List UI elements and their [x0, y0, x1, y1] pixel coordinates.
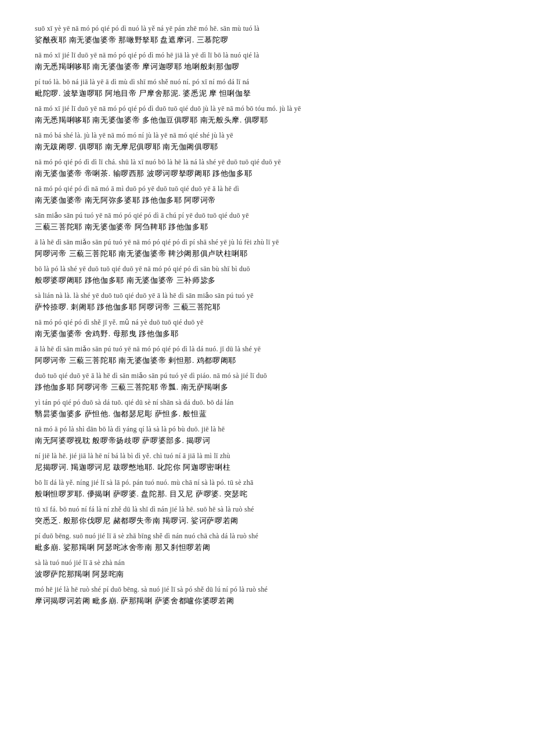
chinese-line: 南无阿婆啰视耽 般啰帝扬歧啰 萨啰婆部多. 揭啰诃 [35, 435, 499, 447]
pinyin-line: nā mó xī jié lī duō yē nā mó pó qié pó d… [35, 103, 499, 114]
pinyin-line: nā mó bá shé là. jù là yē nā mó mó ní jù… [35, 130, 499, 141]
line-group: nā mó xī jié lī duō yē nā mó pó qié pó d… [35, 50, 499, 73]
line-group: sà là tuó nuó jié lī ā sè zhà nán波啰萨陀那羯唎… [35, 557, 499, 581]
chinese-line: 南无跋阇啰. 俱啰耶 南无摩尼俱啰耶 南无伽阇俱啰耶 [35, 141, 499, 153]
chinese-line: 般唎怛啰罗耶. 儚揭唎 萨啰婆. 盘陀那. 目又尼 萨啰婆. 突瑟咤 [35, 488, 499, 501]
line-group: nā mó pó qié pó dì nā mó ā mì duō pó yē … [35, 183, 499, 207]
chinese-line: 般啰婆啰阇耶 跢他伽多耶 南无婆伽婆帝 三补师毖多 [35, 275, 499, 287]
line-group: ā là hē dì sān miǎo sān pú tuó yē nā mó … [35, 344, 499, 367]
line-group: mó hē jié là hē ruò shé pí duō bēng. sà … [35, 584, 499, 607]
line-group: sà lián nà là. là shé yē duō tuō qié duō… [35, 290, 499, 314]
line-group: ní jiē là hē. jié jiā là hē ní bá là bì … [35, 451, 499, 474]
page-content: suō xī yè yē nā mó pó qié pó dì nuó là y… [35, 23, 499, 607]
pinyin-line: sān miǎo sān pú tuó yē nā mó pó qié pó d… [35, 210, 499, 221]
pinyin-line: bō là pó là shé yē duō tuō qié duō yē nā… [35, 264, 499, 275]
pinyin-line: mó hē jié là hē ruò shé pí duō bēng. sà … [35, 584, 499, 595]
pinyin-line: tū xī fá. bō nuó ní fá là ní zhě dū là s… [35, 504, 499, 515]
chinese-line: 南无婆伽婆帝 南无阿弥多婆耶 跢他伽多耶 阿啰诃帝 [35, 195, 499, 207]
pinyin-line: yì tán pó qié pó duō sà dá tuō. qié dū s… [35, 397, 499, 408]
chinese-line: 波啰萨陀那羯唎 阿瑟咤南 [35, 568, 499, 581]
chinese-line: 阿啰诃帝 三藐三菩陀耶 南无婆伽婆帝 剌怛那. 鸡都啰阇耶 [35, 355, 499, 367]
chinese-line: 南无婆伽婆帝 帝唎茶. 输啰西那 波啰诃啰拏啰阇耶 跢他伽多耶 [35, 168, 499, 180]
line-group: nā mó bá shé là. jù là yē nā mó mó ní jù… [35, 130, 499, 153]
line-group: sān miǎo sān pú tuó yē nā mó pó qié pó d… [35, 210, 499, 233]
pinyin-line: nā mó pó qié pó dì shě jī yě. mǔ ná yè d… [35, 317, 499, 328]
line-group: nā mó pó qié pó dì shě jī yě. mǔ ná yè d… [35, 317, 499, 340]
pinyin-line: ní jiē là hē. jié jiā là hē ní bá là bì … [35, 451, 499, 462]
pinyin-line: suō xī yè yē nā mó pó qié pó dì nuó là y… [35, 23, 499, 34]
chinese-line: 娑酰夜耶 南无婆伽婆帝 那噉野拏耶 盘遮摩诃. 三慕陀啰 [35, 34, 499, 46]
line-group: ā là hē dì sān miǎo sān pú tuó yē nā mó … [35, 237, 499, 260]
chinese-line: 翳昙婆伽婆多 萨怛他. 伽都瑟尼彫 萨怛多. 般怛蓝 [35, 408, 499, 420]
line-group: bō lī dá là yě. níng jié lī sà lā pó. pá… [35, 477, 499, 501]
line-group: suō xī yè yē nā mó pó qié pó dì nuó là y… [35, 23, 499, 46]
line-group: duō tuō qié duō yē ā là hē dì sān miǎo s… [35, 370, 499, 394]
chinese-line: 跢他伽多耶 阿啰诃帝 三藐三菩陀耶 帝瓢. 南无萨羯唎多 [35, 381, 499, 394]
pinyin-line: sà là tuó nuó jié lī ā sè zhà nán [35, 557, 499, 568]
chinese-line: 尼揭啰诃. 羯迦啰诃尼 跋啰憋地耶. 叱陀你 阿迦啰密唎柱 [35, 462, 499, 474]
pinyin-line: bō lī dá là yě. níng jié lī sà lā pó. pá… [35, 477, 499, 488]
chinese-line: 三藐三菩陀耶 南无婆伽婆帝 阿刍鞞耶 跢他伽多耶 [35, 221, 499, 233]
pinyin-line: ā là hē dì sān miǎo sān pú tuó yē nā mó … [35, 237, 499, 248]
line-group: pí duō bēng. suō nuó jié lī ā sè zhā bīn… [35, 531, 499, 554]
pinyin-line: pí tuó là. bō ná jiā là yē ā dì mù dì sh… [35, 77, 499, 88]
line-group: nā mó xī jié lī duō yē nā mó pó qié pó d… [35, 103, 499, 127]
pinyin-line: nā mó pó qié pó dì dì lī chá. shū là xī … [35, 157, 499, 168]
line-group: nā mó pó qié pó dì dì lī chá. shū là xī … [35, 157, 499, 180]
line-group: tū xī fá. bō nuó ní fá là ní zhě dū là s… [35, 504, 499, 527]
line-group: pí tuó là. bō ná jiā là yē ā dì mù dì sh… [35, 77, 499, 100]
chinese-line: 摩诃揭啰诃若阇 毗多崩. 萨那羯唎 萨婆舍都嚧你婆啰若阇 [35, 595, 499, 607]
line-group: bō là pó là shé yē duō tuō qié duō yē nā… [35, 264, 499, 287]
chinese-line: 萨怜捺啰. 刺阇耶 跢他伽多耶 阿啰诃帝 三藐三菩陀耶 [35, 301, 499, 314]
chinese-line: 毗多崩. 娑那羯唎 阿瑟咤冰舍帝南 那又刹怛啰若阇 [35, 542, 499, 554]
pinyin-line: nā mó ā pó là shì dān bō là dì yáng qí l… [35, 424, 499, 435]
pinyin-line: sà lián nà là. là shé yē duō tuō qié duō… [35, 290, 499, 301]
line-group: nā mó ā pó là shì dān bō là dì yáng qí l… [35, 424, 499, 447]
chinese-line: 南无悉羯唎哆耶 南无婆伽婆帝 多他伽豆俱啰耶 南无般头摩. 俱啰耶 [35, 114, 499, 127]
chinese-line: 毗陀啰. 波拏迦啰耶 阿地目帝 尸摩舍那泥. 婆悉泥 摩 怛唎伽拏 [35, 88, 499, 100]
chinese-line: 阿啰诃帝 三藐三菩陀耶 南无婆伽婆帝 鞞沙阇那俱卢吠柱唎耶 [35, 248, 499, 260]
chinese-line: 南无悉羯唎哆耶 南无婆伽婆帝 摩诃迦啰耶 地唎般刺那伽啰 [35, 61, 499, 73]
chinese-line: 南无婆伽婆帝 舍鸡野. 母那曳 跢他伽多耶 [35, 328, 499, 340]
pinyin-line: pí duō bēng. suō nuó jié lī ā sè zhā bīn… [35, 531, 499, 542]
chinese-line: 突悉乏. 般那你伐啰尼 赭都啰失帝南 羯啰诃. 娑诃萨啰若阇 [35, 515, 499, 527]
line-group: yì tán pó qié pó duō sà dá tuō. qié dū s… [35, 397, 499, 420]
pinyin-line: duō tuō qié duō yē ā là hē dì sān miǎo s… [35, 370, 499, 381]
pinyin-line: ā là hē dì sān miǎo sān pú tuó yē nā mó … [35, 344, 499, 355]
pinyin-line: nā mó xī jié lī duō yē nā mó pó qié pó d… [35, 50, 499, 61]
pinyin-line: nā mó pó qié pó dì nā mó ā mì duō pó yē … [35, 183, 499, 195]
